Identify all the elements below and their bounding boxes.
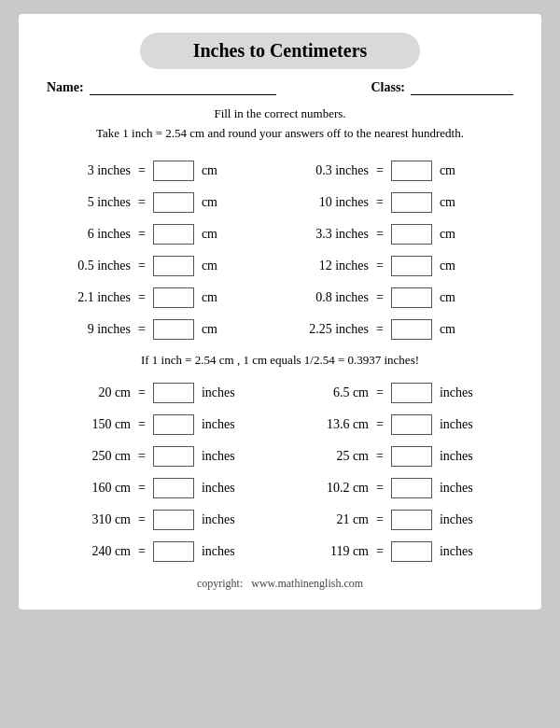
answer-input-box[interactable] <box>391 256 432 276</box>
answer-input-box[interactable] <box>153 414 194 435</box>
answer-input-box[interactable] <box>391 161 432 181</box>
equals-sign: = <box>138 259 146 273</box>
instructions-line2: Take 1 inch = 2.54 cm and round your ans… <box>47 124 513 144</box>
problem-label: 0.5 inches <box>47 259 131 273</box>
equals-sign: = <box>376 449 384 464</box>
copyright-label: copyright: <box>197 577 243 590</box>
class-underline[interactable] <box>411 80 513 95</box>
inch-to-cm-problem: 12 inches = cm <box>285 252 513 280</box>
inch-to-cm-problem: 3.3 inches = cm <box>285 220 513 248</box>
unit-label: inches <box>440 449 473 464</box>
answer-input-box[interactable] <box>153 510 194 530</box>
name-label: Name: <box>47 80 84 95</box>
copyright-url: www.mathinenglish.com <box>251 577 363 590</box>
unit-label: cm <box>440 163 455 178</box>
copyright-row: copyright: www.mathinenglish.com <box>47 577 513 591</box>
unit-label: cm <box>202 163 217 178</box>
equals-sign: = <box>138 385 146 400</box>
equals-sign: = <box>138 322 146 337</box>
cm-to-inch-problem: 160 cm = inches <box>47 474 275 502</box>
worksheet-title: Inches to Centimeters <box>140 33 420 69</box>
answer-input-box[interactable] <box>153 319 194 340</box>
unit-label: cm <box>202 195 217 210</box>
name-class-row: Name: Class: <box>47 80 513 95</box>
class-field-group: Class: <box>371 80 513 95</box>
inch-to-cm-problem: 10 inches = cm <box>285 189 513 217</box>
unit-label: cm <box>440 290 455 305</box>
problem-label: 0.8 inches <box>285 290 369 305</box>
equals-sign: = <box>138 290 146 305</box>
unit-label: cm <box>440 322 455 337</box>
equals-sign: = <box>138 417 146 432</box>
inch-to-cm-problem: 0.5 inches = cm <box>47 252 275 280</box>
info-line: If 1 inch = 2.54 cm , 1 cm equals 1/2.54… <box>47 353 513 368</box>
unit-label: inches <box>202 385 235 400</box>
answer-input-box[interactable] <box>391 224 432 245</box>
cm-to-inch-problem: 21 cm = inches <box>285 506 513 534</box>
answer-input-box[interactable] <box>153 541 194 562</box>
equals-sign: = <box>138 227 146 242</box>
problem-label: 20 cm <box>47 385 131 400</box>
problem-label: 150 cm <box>47 417 131 432</box>
unit-label: inches <box>440 385 473 400</box>
cm-to-inch-problem: 310 cm = inches <box>47 506 275 534</box>
answer-input-box[interactable] <box>153 161 194 181</box>
problem-label: 2.25 inches <box>285 322 369 337</box>
inch-to-cm-problem: 2.1 inches = cm <box>47 284 275 312</box>
problem-label: 160 cm <box>47 481 131 496</box>
worksheet-page: Inches to Centimeters Name: Class: Fill … <box>19 14 541 609</box>
name-underline[interactable] <box>90 80 276 95</box>
answer-input-box[interactable] <box>391 446 432 467</box>
problem-label: 21 cm <box>285 512 369 527</box>
answer-input-box[interactable] <box>391 287 432 308</box>
answer-input-box[interactable] <box>391 541 432 562</box>
answer-input-box[interactable] <box>153 256 194 276</box>
equals-sign: = <box>376 259 384 273</box>
answer-input-box[interactable] <box>153 192 194 213</box>
equals-sign: = <box>376 163 384 178</box>
unit-label: cm <box>440 227 455 242</box>
equals-sign: = <box>376 195 384 210</box>
unit-label: inches <box>440 481 473 496</box>
equals-sign: = <box>138 449 146 464</box>
equals-sign: = <box>376 417 384 432</box>
problem-label: 119 cm <box>285 544 369 559</box>
problem-label: 10 inches <box>285 195 369 210</box>
answer-input-box[interactable] <box>391 192 432 213</box>
answer-input-box[interactable] <box>391 510 432 530</box>
inch-to-cm-problem: 9 inches = cm <box>47 315 275 343</box>
inch-to-cm-problem: 5 inches = cm <box>47 189 275 217</box>
cm-to-inch-problem: 6.5 cm = inches <box>285 379 513 407</box>
equals-sign: = <box>376 481 384 496</box>
equals-sign: = <box>138 163 146 178</box>
problem-label: 0.3 inches <box>285 163 369 178</box>
answer-input-box[interactable] <box>391 383 432 403</box>
problem-label: 9 inches <box>47 322 131 337</box>
cm-to-inch-problem: 25 cm = inches <box>285 442 513 470</box>
problem-label: 3.3 inches <box>285 227 369 242</box>
unit-label: inches <box>202 481 235 496</box>
answer-input-box[interactable] <box>153 224 194 245</box>
unit-label: cm <box>202 290 217 305</box>
equals-sign: = <box>376 512 384 527</box>
answer-input-box[interactable] <box>153 446 194 467</box>
equals-sign: = <box>138 481 146 496</box>
answer-input-box[interactable] <box>153 287 194 308</box>
cm-to-inch-problem: 13.6 cm = inches <box>285 411 513 439</box>
problem-label: 250 cm <box>47 449 131 464</box>
inch-to-cm-problem: 3 inches = cm <box>47 157 275 185</box>
inch-to-cm-problem: 0.8 inches = cm <box>285 284 513 312</box>
class-label: Class: <box>371 80 405 95</box>
unit-label: inches <box>202 512 235 527</box>
unit-label: inches <box>440 417 473 432</box>
answer-input-box[interactable] <box>391 414 432 435</box>
equals-sign: = <box>138 195 146 210</box>
answer-input-box[interactable] <box>153 383 194 403</box>
answer-input-box[interactable] <box>391 478 432 498</box>
answer-input-box[interactable] <box>153 478 194 498</box>
problem-label: 3 inches <box>47 163 131 178</box>
answer-input-box[interactable] <box>391 319 432 340</box>
unit-label: cm <box>202 322 217 337</box>
inch-to-cm-grid: 3 inches = cm 0.3 inches = cm 5 inches =… <box>47 157 513 343</box>
equals-sign: = <box>376 290 384 305</box>
